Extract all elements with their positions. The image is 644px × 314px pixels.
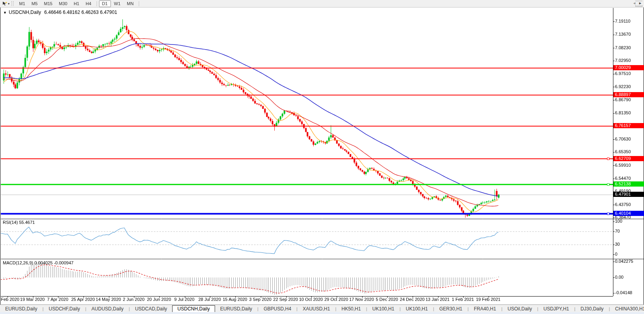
macd-axis-label: 0.00 [615,275,623,279]
date-axis-label: 9 Jul 2020 [174,297,194,302]
date-axis-label: 5 Dec 2020 [376,297,398,302]
date-axis-label: 3 Sep 2020 [249,297,272,302]
macd-axis-label: 0.042275 [615,259,633,264]
date-axis-label: 14 May 2020 [96,297,121,302]
macd-axis-label: -0.04148 [615,290,632,295]
chart-tab-8[interactable]: HK50,H1 [336,306,366,312]
chart-tab-15[interactable]: DJ30,Daily [575,306,609,312]
chart-window [0,7,644,305]
price-axis-label: 6.97510 [615,71,631,76]
price-axis-label: 6.70630 [615,137,631,141]
chart-tab-7[interactable]: XAUUSD,H1 [297,306,335,312]
hline-price-tag: 7.00029 [613,65,644,70]
chart-tab-9[interactable]: UK100,H1 [367,306,400,312]
chart-tab-10[interactable]: UK100,H1 [401,306,433,312]
chart-canvas[interactable] [0,8,644,304]
price-axis-label: 6.81350 [615,110,631,115]
chart-title-caret[interactable]: ▼ [3,11,7,15]
date-axis-label: 29 Oct 2020 [324,297,348,302]
crosshair-tool-icon[interactable] [1,1,8,6]
date-axis-label: 24 Dec 2020 [400,297,425,302]
toolbar-separator [139,1,139,6]
price-axis-label: 6.65350 [615,149,631,154]
tab-scroll-buttons: ◄► [632,1,643,5]
tool-dropdown-caret[interactable]: ▾ [8,2,10,6]
hline-price-tag: 6.40104 [613,211,644,216]
rsi-indicator-label: RSI(14) 55.4671 [3,220,35,225]
hline-price-tag: 6.76157 [613,123,644,128]
date-axis-label: 22 Sep 2020 [273,297,298,302]
chart-tab-1[interactable]: USDCHF,Daily [44,306,85,312]
price-axis-label: 6.43750 [615,202,631,207]
price-axis-label: 6.92230 [615,84,631,89]
price-axis-label: 6.59910 [615,163,631,168]
tab-scroll-right-icon[interactable]: ► [638,1,642,5]
price-axis-label: 7.19110 [615,19,630,23]
current-price-tag: 6.47901 [613,192,644,197]
timeframe-button-m30[interactable]: M30 [56,0,70,7]
date-axis-label: 13 Jan 2021 [425,297,450,302]
macd-indicator-label: MACD(12,26,9) 0.004025 -0.000947 [3,260,74,265]
chart-tab-11[interactable]: GER30,H1 [434,306,467,312]
price-axis-label: 6.86790 [615,97,631,102]
chart-tab-3[interactable]: USDCAD,Daily [130,306,173,312]
rsi-axis-label: 0 [615,252,617,256]
date-axis-label: 10 Oct 2020 [299,297,323,302]
chart-tab-4-active[interactable]: USDCNH,Daily [172,305,215,312]
timeframe-button-w1[interactable]: W1 [111,0,124,7]
timeframe-toolbar: ▾ M1M5M15M30H1H4D1W1MN ▾ [0,0,644,8]
hline-price-tag: 6.52138 [613,181,644,187]
date-axis-label: 1 Feb 2021 [452,297,474,302]
chart-tab-14[interactable]: USDJPY,H1 [538,306,574,312]
timeframe-button-mn[interactable]: MN [124,0,137,7]
date-axis-label: 15 Aug 2020 [223,297,247,302]
date-axis-label: 19 Mar 2020 [20,297,45,302]
timeframe-button-m15[interactable]: M15 [41,0,56,7]
date-axis-label: 19 Feb 2021 [476,297,500,302]
date-axis-label: 17 Nov 2020 [349,297,374,302]
chart-tab-6[interactable]: GBPUSD,H4 [258,306,296,312]
timeframe-button-h4[interactable]: H4 [82,0,94,7]
timeframe-button-h1[interactable]: H1 [70,0,82,7]
price-axis-label: 7.08230 [615,45,631,50]
hline-price-tag: 6.88897 [613,92,644,97]
tab-scroll-left-icon[interactable]: ◄ [632,1,636,5]
date-axis-label: 29 Feb 2020 [0,297,19,302]
toolbar-separator [97,1,97,6]
mt4-application: ▾ M1M5M15M30H1H4D1W1MN ▾ ▼USDCNH,Daily6.… [0,0,644,314]
chart-title: ▼USDCNH,Daily6.46646 6.48162 6.46263 6.4… [3,10,117,15]
rsi-axis-label: 100 [615,219,622,223]
hline-price-tag: 6.62709 [613,156,644,161]
chart-tab-5[interactable]: EURUSD,Daily [215,306,258,312]
chart-tab-13[interactable]: USOil,Daily [502,306,537,312]
date-axis-label: 28 Jul 2020 [198,297,221,302]
timeframe-buttons: M1M5M15M30H1H4D1W1MN [16,0,141,7]
timeframe-button-d1[interactable]: D1 [99,0,111,7]
date-axis-label: 25 Apr 2020 [71,297,95,302]
chart-tab-0[interactable]: EURUSD,Daily [0,306,43,312]
date-axis-label: 20 Jun 2020 [147,297,171,302]
chart-symbol: USDCNH,Daily [9,10,41,15]
status-strip [0,312,644,314]
chart-tab-bar: EURUSD,Daily|USDCHF,Daily|AUDUSD,Daily|U… [0,304,644,312]
date-axis-label: 2 Jun 2020 [123,297,144,302]
timeframe-button-m1[interactable]: M1 [16,0,28,7]
date-axis-label: 7 Apr 2020 [47,297,68,302]
price-axis-label: 7.02950 [615,58,631,63]
chart-tab-16[interactable]: CHINA300,H1 [610,306,644,312]
rsi-axis-label: 30 [615,242,620,247]
rsi-axis-label: 70 [615,229,620,233]
chart-tab-2[interactable]: AUDUSD,Daily [86,306,129,312]
chart-tab-12[interactable]: FRA40,H1 [469,306,501,312]
chart-ohlc-values: 6.46646 6.48162 6.46263 6.47901 [44,10,117,15]
price-axis-label: 7.13670 [615,32,631,37]
toolbar-grip [12,1,14,6]
timeframe-button-m5[interactable]: M5 [28,0,41,7]
price-axis-label: 6.54470 [615,176,631,181]
